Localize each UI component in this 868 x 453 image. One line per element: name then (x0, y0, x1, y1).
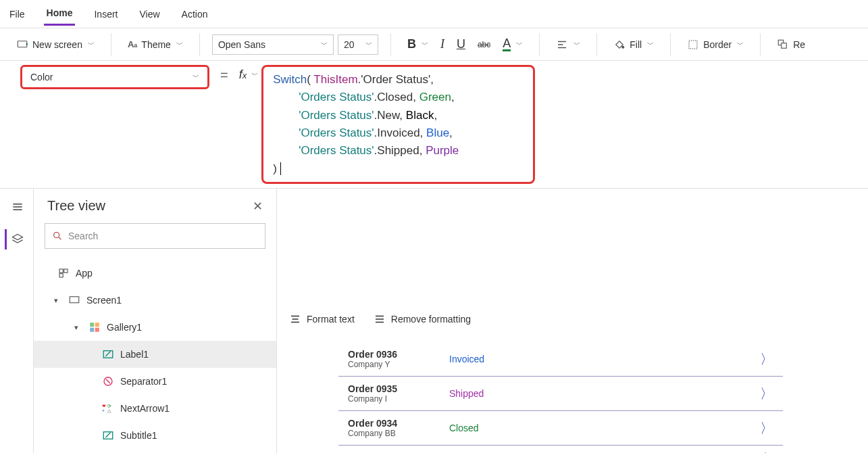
tree-node-label: Gallery1 (107, 322, 142, 333)
fx-icon: fx (239, 68, 247, 82)
formula-token: , (449, 126, 453, 139)
formula-token: Purple (426, 144, 459, 157)
tree-node-screen1[interactable]: ▾ Screen1 (34, 287, 276, 314)
order-company: Company BB (348, 429, 442, 438)
border-button[interactable]: Border ﹀ (683, 36, 748, 53)
tree: App ▾ Screen1 ▾ Gallery1 Label1 Separato… (34, 257, 276, 453)
tree-node-nextarrow1[interactable]: ❤⟳+△ NextArrow1 (34, 395, 276, 422)
order-row[interactable]: Order 0936Company YInvoiced〉 (338, 342, 783, 377)
app-icon (57, 267, 70, 279)
remove-format-icon (374, 313, 386, 325)
chevron-right-icon[interactable]: 〉 (760, 419, 773, 437)
property-dropdown-value: Color (30, 72, 53, 82)
svg-rect-13 (59, 269, 63, 272)
separator-icon (101, 375, 115, 387)
font-color-icon: A (503, 37, 511, 51)
order-status: Closed (442, 423, 760, 433)
canvas: Format text Remove formatting Order 0936… (277, 189, 868, 453)
format-text-label: Format text (307, 314, 355, 325)
chevron-down-icon: ﹀ (516, 40, 523, 49)
font-color-button[interactable]: A ﹀ (499, 34, 527, 54)
svg-rect-7 (782, 43, 787, 48)
theme-button[interactable]: Aa Theme ﹀ (124, 37, 187, 53)
svg-text:△: △ (107, 408, 111, 413)
tree-node-gallery1[interactable]: ▾ Gallery1 (34, 314, 276, 341)
formula-bar-row: Color ﹀ = fx ﹀ Switch( ThisItem.'Order S… (0, 61, 868, 189)
hamburger-icon[interactable] (5, 197, 29, 217)
order-row[interactable]: Order 0934Company BBClosed〉 (338, 411, 783, 446)
screen-icon (16, 39, 28, 51)
menu-home[interactable]: Home (44, 2, 76, 26)
bold-button[interactable]: B﹀ (403, 34, 432, 54)
formula-editor[interactable]: Switch( ThisItem.'Order Status', 'Orders… (261, 65, 535, 184)
align-button[interactable]: ﹀ (552, 36, 584, 53)
chevron-down-icon: ﹀ (573, 40, 580, 49)
tree-node-subtitle1[interactable]: Subtitle1 (34, 422, 276, 449)
menu-action[interactable]: Action (179, 3, 211, 25)
reorder-button[interactable]: Re (773, 36, 809, 53)
chevron-right-icon[interactable]: 〉 (760, 350, 773, 368)
order-number: Order 0934 (348, 418, 442, 429)
reorder-icon (777, 39, 789, 51)
formula-token: 'Orders Status' (299, 144, 374, 157)
chevron-right-icon[interactable]: 〉 (760, 385, 773, 403)
tree-node-label: Separator1 (120, 376, 167, 387)
formula-token: .Shipped, (374, 144, 426, 157)
gallery-icon (88, 321, 101, 333)
fill-button[interactable]: Fill ﹀ (609, 36, 658, 53)
theme-icon: Aa (128, 39, 137, 49)
svg-text:❤: ❤ (102, 404, 106, 408)
svg-line-12 (59, 237, 61, 239)
label-icon (101, 429, 115, 442)
menu-bar: File Home Insert View Action (0, 0, 868, 28)
screen-icon (68, 294, 81, 306)
fill-label: Fill (630, 39, 642, 50)
order-status: Invoiced (442, 354, 760, 364)
align-icon (556, 39, 568, 51)
main-area: Tree view ✕ Search App ▾ Screen1 ▾ Galle… (0, 189, 868, 453)
formula-token: , (451, 91, 455, 103)
tree-node-app[interactable]: App (34, 260, 276, 287)
strikethrough-button[interactable]: abc (474, 37, 494, 52)
property-dropdown[interactable]: Color ﹀ (20, 65, 209, 89)
font-size-select[interactable]: 20 ﹀ (338, 34, 378, 55)
svg-rect-16 (70, 297, 79, 303)
order-row[interactable]: Order 0935Company IShipped〉 (338, 377, 783, 411)
bold-icon: B (407, 37, 416, 51)
gallery-preview: Order 0936Company YInvoiced〉Order 0935Co… (338, 341, 784, 453)
new-screen-button[interactable]: New screen ﹀ (12, 36, 99, 53)
underline-button[interactable]: U (453, 34, 469, 54)
remove-formatting-button[interactable]: Remove formatting (374, 313, 471, 325)
tree-node-label1[interactable]: Label1 (34, 341, 276, 368)
text-cursor (277, 162, 281, 175)
order-number: Order 0936 (348, 349, 442, 360)
formula-token: Green (419, 91, 451, 103)
formula-token: Switch (273, 73, 307, 86)
fx-button[interactable]: fx ﹀ (239, 68, 258, 82)
tree-node-label: App (76, 268, 93, 279)
menu-insert[interactable]: Insert (91, 3, 120, 25)
chevron-down-icon: ﹀ (88, 40, 95, 49)
left-rail (0, 189, 34, 453)
tree-view-panel: Tree view ✕ Search App ▾ Screen1 ▾ Galle… (34, 189, 277, 453)
svg-rect-18 (95, 323, 99, 327)
italic-button[interactable]: I (436, 34, 449, 54)
tree-node-label: Label1 (120, 349, 149, 360)
format-text-button[interactable]: Format text (289, 313, 355, 325)
layers-icon[interactable] (5, 229, 29, 249)
search-input[interactable]: Search (45, 223, 265, 249)
svg-rect-15 (59, 274, 63, 277)
tree-view-title: Tree view (47, 198, 105, 214)
svg-rect-20 (95, 328, 99, 332)
tree-node-label: Subtitle1 (120, 430, 157, 441)
font-name-select[interactable]: Open Sans ﹀ (212, 34, 334, 55)
close-icon[interactable]: ✕ (253, 199, 263, 214)
tree-node-separator1[interactable]: Separator1 (34, 368, 276, 395)
menu-file[interactable]: File (7, 3, 28, 25)
order-row[interactable]: Order 0933New╲ (338, 446, 783, 453)
tree-node-title1[interactable]: Title1 (34, 449, 276, 453)
menu-view[interactable]: View (136, 3, 162, 25)
order-number: Order 0935 (348, 383, 442, 394)
reorder-label: Re (793, 39, 805, 50)
border-icon (687, 39, 699, 51)
